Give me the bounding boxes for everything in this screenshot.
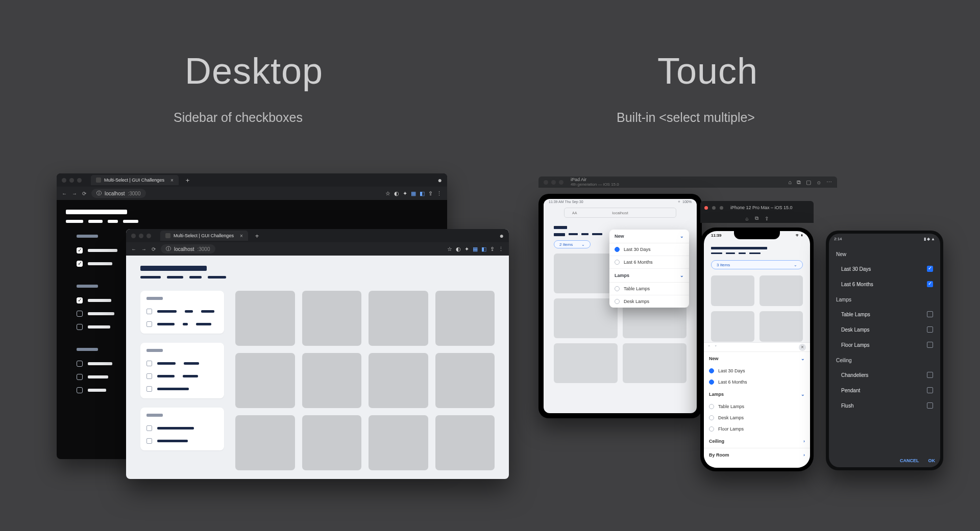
window-menu-icon[interactable]: ● — [500, 232, 504, 240]
appearance-icon[interactable]: ☼ — [816, 179, 821, 186]
radio-icon[interactable] — [709, 404, 714, 409]
reload-icon[interactable]: ⟳ — [82, 191, 86, 196]
kebab-icon[interactable]: ⋮ — [498, 246, 504, 252]
result-tile[interactable] — [235, 353, 295, 408]
checkbox-icon[interactable] — [927, 281, 933, 287]
radio-icon[interactable] — [615, 299, 620, 304]
checkbox-icon[interactable] — [146, 321, 152, 327]
result-tile[interactable] — [554, 254, 618, 293]
extension-icon[interactable]: ✦ — [464, 246, 469, 252]
extension-icon[interactable]: ✦ — [403, 190, 407, 197]
checkbox-icon[interactable] — [927, 402, 933, 409]
sheet-section-header[interactable]: New⌄ — [704, 352, 810, 365]
close-window-icon[interactable] — [704, 206, 708, 210]
result-tile[interactable] — [554, 343, 618, 383]
checkbox-icon[interactable] — [927, 387, 933, 393]
multiselect-summary[interactable]: 3 Items ⌄ — [711, 260, 803, 269]
filter-row[interactable] — [146, 383, 218, 395]
sheet-section-header[interactable]: By Room› — [704, 448, 810, 462]
filter-row[interactable] — [77, 257, 133, 270]
option-row[interactable]: Pendant — [829, 383, 940, 398]
filter-row[interactable] — [146, 370, 218, 383]
home-icon[interactable]: ⌂ — [788, 179, 792, 186]
chevron-down-icon[interactable]: ˅ — [715, 345, 717, 350]
close-tab-icon[interactable]: × — [240, 233, 243, 239]
star-icon[interactable]: ☆ — [385, 190, 390, 197]
checkbox-icon[interactable] — [146, 373, 152, 379]
star-icon[interactable]: ☆ — [447, 246, 452, 252]
mic-icon[interactable]: ⇪ — [490, 246, 495, 252]
screenshot-icon[interactable]: ⧉ — [797, 179, 801, 186]
result-tile[interactable] — [554, 298, 618, 338]
option-row[interactable]: Last 30 Days — [829, 261, 940, 276]
reload-icon[interactable]: ⟳ — [152, 246, 156, 252]
checkbox-icon[interactable] — [77, 374, 83, 380]
option-row[interactable]: Last 6 Months — [609, 256, 689, 269]
multiselect-summary[interactable]: 2 Items ⌄ — [554, 240, 591, 248]
minimize-window-icon[interactable] — [712, 206, 716, 210]
result-tile[interactable] — [435, 353, 495, 408]
ext-blue-icon[interactable]: ▦ — [411, 190, 416, 197]
radio-icon[interactable] — [709, 426, 714, 432]
window-menu-icon[interactable]: ● — [438, 176, 442, 184]
url-field[interactable]: ⓘ localhost:3000 — [91, 189, 146, 198]
option-row[interactable]: Last 6 Months — [704, 376, 810, 388]
filter-row[interactable] — [146, 357, 218, 370]
result-tile[interactable] — [711, 311, 754, 342]
home-icon[interactable]: ⌂ — [745, 216, 748, 221]
site-info-icon[interactable]: ⓘ — [166, 245, 171, 252]
radio-icon[interactable] — [709, 380, 714, 385]
option-row[interactable]: Table Lamps — [829, 307, 940, 322]
new-tab-button[interactable]: + — [186, 176, 190, 184]
ext-blue2-icon[interactable]: ◧ — [481, 246, 486, 252]
option-row[interactable]: Desk Lamps — [829, 322, 940, 337]
result-tile[interactable] — [623, 343, 687, 383]
close-tab-icon[interactable]: × — [170, 178, 174, 183]
filter-row[interactable] — [146, 422, 218, 435]
filter-row[interactable] — [146, 435, 218, 447]
radio-icon[interactable] — [615, 247, 620, 252]
reader-icon[interactable]: AA — [572, 211, 577, 215]
option-row[interactable]: Desk Lamps — [609, 295, 689, 308]
checkbox-icon[interactable] — [77, 247, 83, 254]
result-tile[interactable] — [369, 415, 428, 470]
result-tile[interactable] — [435, 291, 495, 346]
checkbox-icon[interactable] — [77, 297, 83, 304]
popover-section-header[interactable]: Lamps ⌄ — [609, 269, 689, 283]
result-tile[interactable] — [235, 291, 295, 346]
new-tab-button[interactable]: + — [255, 232, 259, 240]
option-row[interactable]: Table Lamps — [704, 401, 810, 412]
option-row[interactable]: Last 30 Days — [609, 243, 689, 256]
chevron-up-icon[interactable]: ˄ — [708, 345, 710, 350]
url-bar[interactable]: AA localhost — [564, 208, 676, 218]
filter-row[interactable] — [77, 244, 133, 257]
checkbox-icon[interactable] — [146, 361, 152, 366]
result-tile[interactable] — [760, 275, 803, 306]
filter-row[interactable] — [146, 305, 218, 318]
ok-button[interactable]: OK — [928, 458, 936, 463]
option-row[interactable]: Table Lamps — [609, 283, 689, 295]
popover-section-header[interactable]: New ⌄ — [609, 230, 689, 243]
close-icon[interactable]: × — [799, 344, 806, 351]
browser-tab[interactable]: Multi-Select | GUI Challenges × — [91, 175, 179, 185]
zoom-window-icon[interactable] — [720, 206, 723, 210]
moon-icon[interactable]: ◐ — [394, 190, 399, 197]
rotate-icon[interactable]: ▢ — [806, 179, 811, 186]
radio-icon[interactable] — [615, 260, 620, 265]
result-tile[interactable] — [302, 353, 362, 408]
back-icon[interactable]: ← — [131, 246, 136, 252]
filter-row[interactable] — [77, 307, 133, 320]
result-tile[interactable] — [235, 415, 295, 470]
sheet-section-header[interactable]: Ceiling› — [704, 435, 810, 448]
result-tile[interactable] — [711, 275, 754, 306]
option-row[interactable]: Chandeliers — [829, 367, 940, 383]
mic-icon[interactable]: ⇪ — [428, 190, 433, 197]
moon-icon[interactable]: ◐ — [456, 246, 461, 252]
window-controls[interactable] — [131, 234, 151, 238]
checkbox-icon[interactable] — [146, 438, 152, 444]
screenshot-icon[interactable]: ⧉ — [755, 215, 758, 221]
checkbox-icon[interactable] — [77, 261, 83, 267]
filter-row[interactable] — [146, 318, 218, 331]
checkbox-icon[interactable] — [146, 425, 152, 431]
kebab-icon[interactable]: ⋮ — [436, 190, 442, 197]
